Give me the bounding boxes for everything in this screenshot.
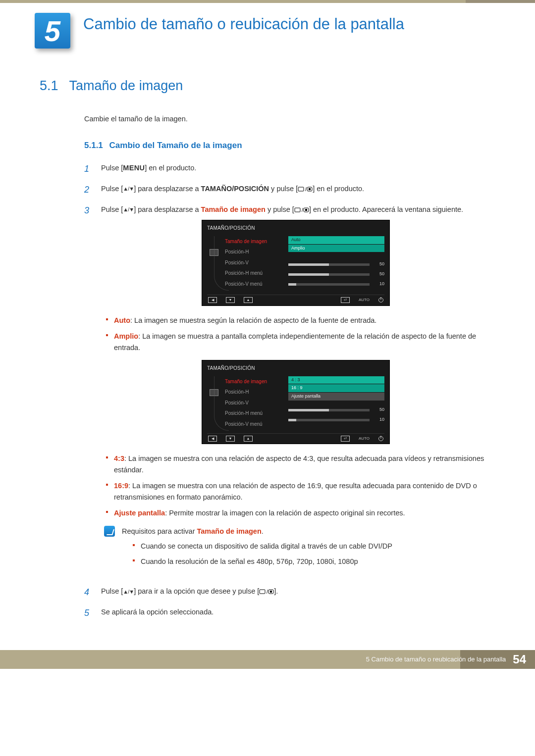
menu-key: MENU	[123, 164, 145, 172]
bullet: Auto: La imagen se muestra según la rela…	[104, 315, 490, 326]
svg-text:/: /	[267, 589, 268, 595]
osd-slider: 50	[288, 271, 384, 278]
section-title: Tamaño de imagen	[69, 78, 183, 94]
text: ] para ir a la opción que desee y pulse …	[134, 587, 259, 595]
osd-option: Amplio	[288, 245, 384, 252]
text: Pulse [	[101, 185, 123, 193]
osd-category-icon	[210, 389, 218, 396]
step-number: 3	[84, 204, 93, 579]
text: ] en el producto. Aparecerá la ventana s…	[309, 205, 463, 213]
intro-paragraph: Cambie el tamaño de la imagen.	[84, 113, 490, 124]
down-key-icon: ▼	[226, 436, 235, 442]
osd-values: 4 : 3 16 : 9 Ajuste pantalla 50 10	[288, 375, 384, 430]
term: 16:9	[114, 482, 128, 490]
bullet: 4:3: La imagen se muestra con una relaci…	[104, 453, 490, 475]
svg-text:/: /	[302, 207, 303, 213]
osd-title: TAMAÑO/POSICIÓN	[207, 364, 384, 372]
text: ].	[274, 587, 278, 595]
page-content: 5 Cambio de tamaño o reubicación de la p…	[0, 3, 535, 620]
note-lead: Requisitos para activar	[122, 527, 197, 535]
svg-rect-3	[309, 188, 311, 190]
slider-value: 10	[374, 416, 384, 423]
note-icon	[104, 526, 115, 537]
left-key-icon: ◀	[208, 436, 217, 442]
text: ] para desplazarse a	[134, 185, 201, 193]
osd-screenshot-1: TAMAÑO/POSICIÓN Tamaño de imagen Posició…	[101, 220, 490, 306]
subsection-number: 5.1.1	[84, 141, 103, 150]
steps-list: 1 Pulse [MENU] en el producto. 2 Pulse […	[84, 162, 490, 620]
slider-value: 50	[374, 271, 384, 278]
section-header: 5.1 Tamaño de imagen	[40, 78, 500, 94]
step-3: 3 Pulse [▲/▼] para desplazarse a Tamaño …	[84, 204, 490, 579]
osd-option-selected: 4 : 3	[288, 376, 384, 384]
select-source-icon: /	[298, 186, 313, 192]
osd-menu-item: Posición-H menú	[225, 408, 284, 419]
note-sublist: Cuando se conecta un dispositivo de sali…	[131, 541, 490, 567]
enter-key-icon: ⏎	[341, 297, 350, 303]
slider-value: 50	[374, 406, 384, 413]
osd-slider: 10	[288, 416, 384, 423]
chapter-header: 5 Cambio de tamaño o reubicación de la p…	[35, 13, 500, 49]
up-key-icon: ▲	[244, 436, 253, 442]
bullet: Amplio: La imagen se muestra a pantalla …	[104, 331, 490, 353]
note-block: Requisitos para activar Tamaño de imagen…	[104, 526, 490, 571]
desc: : La imagen se muestra con una relación …	[114, 454, 484, 473]
osd-title: TAMAÑO/POSICIÓN	[207, 224, 384, 232]
svg-rect-4	[295, 208, 300, 212]
desc: : La imagen se muestra según la relación…	[130, 316, 376, 324]
svg-rect-7	[305, 209, 307, 211]
text: y pulse [	[269, 185, 298, 193]
note-term: Tamaño de imagen	[197, 527, 262, 535]
auto-label: AUTO	[359, 297, 370, 303]
osd-slider: 50	[288, 261, 384, 268]
osd-category-icon	[210, 249, 218, 256]
text: ] en el producto.	[313, 185, 364, 193]
slider-value: 50	[374, 261, 384, 268]
osd-menu-item: Posición-V menú	[225, 279, 284, 290]
svg-rect-0	[298, 187, 304, 191]
bullet: 16:9: La imagen se muestra con una relac…	[104, 480, 490, 503]
text: y pulse [	[266, 205, 294, 213]
note-lead-end: .	[262, 527, 264, 535]
svg-text:/: /	[305, 187, 307, 192]
osd-menu-item: Posición-H	[225, 247, 284, 257]
osd-values: Auto Amplio 50 50 10	[288, 235, 384, 291]
text: ] en el producto.	[145, 164, 196, 172]
option-bullets-2: 4:3: La imagen se muestra con una relaci…	[104, 453, 490, 518]
text: Se aplicará la opción seleccionada.	[101, 606, 490, 620]
text: ] para desplazarse a	[134, 205, 201, 213]
osd-menu-item: Posición-V	[225, 257, 284, 268]
up-down-icon: ▲/▼	[123, 588, 134, 596]
page-footer: 5 Cambio de tamaño o reubicación de la p…	[0, 650, 535, 669]
svg-rect-11	[270, 591, 272, 593]
step-number: 4	[84, 586, 93, 600]
left-key-icon: ◀	[208, 297, 217, 303]
select-source-icon: /	[259, 589, 274, 595]
term: 4:3	[114, 454, 124, 462]
osd-menu-item: Posición-H	[225, 387, 284, 398]
bullet: Ajuste pantalla: Permite mostrar la imag…	[104, 507, 490, 518]
note-item: Cuando se conecta un dispositivo de sali…	[131, 541, 490, 552]
chapter-number-badge: 5	[35, 13, 70, 49]
down-key-icon: ▼	[226, 297, 235, 303]
term: Ajuste pantalla	[114, 509, 165, 517]
osd-option-selected: Auto	[288, 236, 384, 244]
step-5: 5 Se aplicará la opción seleccionada.	[84, 606, 490, 620]
desc: : Permite mostrar la imagen con la relac…	[165, 509, 405, 517]
term: Amplio	[114, 332, 138, 340]
nav-target: TAMAÑO/POSICIÓN	[201, 185, 269, 193]
osd-screenshot-2: TAMAÑO/POSICIÓN Tamaño de imagen Posició…	[101, 360, 490, 444]
osd-menu-item: Posición-H menú	[225, 268, 284, 279]
power-icon	[378, 298, 383, 302]
osd-footer: ◀ ▼ ▲ ⏎ AUTO	[207, 295, 384, 304]
osd-option: 16 : 9	[288, 384, 384, 392]
step-number: 2	[84, 183, 93, 197]
step-1: 1 Pulse [MENU] en el producto.	[84, 162, 490, 176]
footer-text: 5 Cambio de tamaño o reubicación de la p…	[366, 655, 506, 663]
power-icon	[378, 436, 383, 441]
step-4: 4 Pulse [▲/▼] para ir a la opción que de…	[84, 586, 490, 600]
select-source-icon: /	[294, 207, 309, 213]
osd-menu-item: Tamaño de imagen	[225, 236, 284, 247]
osd-menu: Tamaño de imagen Posición-H Posición-V P…	[225, 235, 284, 291]
enter-key-icon: ⏎	[341, 436, 350, 442]
